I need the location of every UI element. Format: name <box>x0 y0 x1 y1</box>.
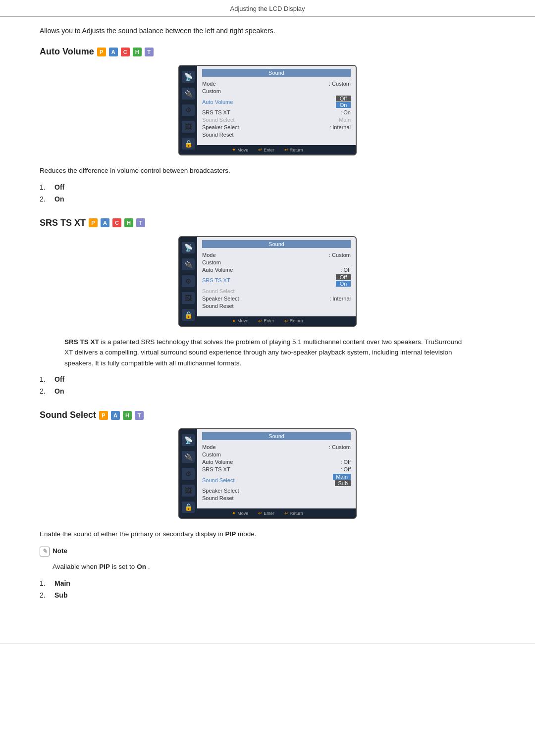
menu-row-soundreset-1: Sound Reset <box>202 132 351 138</box>
menu-row-srs-3: SRS TS XT : Off <box>202 466 351 472</box>
tv-screen-2: 📡 🔌 ⚙ 🖼 🔒 Sound Mode : Custom Custom <box>178 236 357 327</box>
srs-ts-xt-label: SRS TS XT <box>40 218 86 228</box>
menu-row-soundreset-2: Sound Reset <box>202 303 351 309</box>
auto-volume-title: Auto Volume P A C H T <box>40 47 495 57</box>
menu-row-custom-2: Custom <box>202 259 351 265</box>
tv-sidebar-2: 📡 🔌 ⚙ 🖼 🔒 <box>179 237 197 326</box>
badge-h-2: H <box>124 218 133 227</box>
sound-select-title: Sound Select P A H T <box>40 410 495 420</box>
footer-return-2: ↩ Return <box>284 318 303 324</box>
page-header: Adjusting the LCD Display <box>0 0 535 17</box>
srs-option-2: 2. On <box>40 387 495 395</box>
auto-volume-section: Auto Volume P A C H T 📡 🔌 ⚙ 🖼 🔒 Sound <box>40 47 495 203</box>
badge-h-3: H <box>123 411 132 420</box>
menu-row-speakerselect-2: Speaker Select : Internal <box>202 296 351 302</box>
footer-return-1: ↩ Return <box>284 147 303 152</box>
sidebar-icon-input-3: 🔌 <box>182 451 195 463</box>
menu-row-autovolume-3: Auto Volume : Off <box>202 459 351 465</box>
menu-row-custom-3: Custom <box>202 452 351 457</box>
sound-select-section: Sound Select P A H T 📡 🔌 ⚙ 🖼 🔒 Sound Mod… <box>40 410 495 599</box>
sidebar-icon-settings-3: ⚙ <box>182 468 195 480</box>
tv-footer-3: ✦ Move ↵ Enter ↩ Return <box>179 508 356 518</box>
badge-c-2: C <box>112 218 121 227</box>
tv-main-2: Sound Mode : Custom Custom Auto Volume :… <box>197 237 356 316</box>
note-text: Available when PIP is set to On . <box>53 561 495 572</box>
srs-bold-label: SRS TS XT <box>64 338 99 346</box>
footer-enter-3: ↵ Enter <box>258 510 274 516</box>
menu-title-1: Sound <box>202 69 351 77</box>
badge-h-1: H <box>133 48 142 56</box>
menu-title-3: Sound <box>202 432 351 440</box>
auto-volume-label: Auto Volume <box>40 47 94 57</box>
sound-select-desc: Enable the sound of either the primary o… <box>40 529 495 540</box>
srs-ts-xt-section: SRS TS XT P A C H T 📡 🔌 ⚙ 🖼 🔒 Sound Mo <box>40 218 495 396</box>
footer-move-1: ✦ Move <box>232 147 248 152</box>
srs-ts-xt-screen: 📡 🔌 ⚙ 🖼 🔒 Sound Mode : Custom Custom <box>40 236 495 327</box>
sidebar-icon-picture-3: 🖼 <box>182 485 195 497</box>
badge-t-1: T <box>145 48 154 56</box>
sidebar-icon-picture-2: 🖼 <box>182 292 195 304</box>
sidebar-icon-antenna: 📡 <box>182 71 195 83</box>
menu-row-speakerselect-3: Speaker Select <box>202 488 351 494</box>
badge-t-2: T <box>136 218 145 227</box>
badge-p-3: P <box>99 411 108 420</box>
footer-enter-1: ↵ Enter <box>258 147 274 152</box>
sound-select-screen: 📡 🔌 ⚙ 🖼 🔒 Sound Mode : Custom Custom <box>40 428 495 519</box>
footer-move-3: ✦ Move <box>232 510 248 516</box>
tv-screen-3: 📡 🔌 ⚙ 🖼 🔒 Sound Mode : Custom Custom <box>178 428 357 519</box>
sound-select-label: Sound Select <box>40 410 96 420</box>
note-box: ✎ Note <box>40 547 495 556</box>
sidebar-icon-input-2: 🔌 <box>182 258 195 270</box>
menu-row-mode-1: Mode : Custom <box>202 81 351 87</box>
sidebar-icon-settings-2: ⚙ <box>182 275 195 287</box>
footer-return-3: ↩ Return <box>284 510 303 516</box>
badge-c-1: C <box>121 48 130 56</box>
badge-a-3: A <box>111 411 120 420</box>
menu-row-mode-2: Mode : Custom <box>202 252 351 258</box>
menu-row-srs-2: SRS TS XT Off On <box>202 274 351 287</box>
badge-p-1: P <box>97 48 106 56</box>
sidebar-icon-settings: ⚙ <box>182 104 195 116</box>
menu-row-autovolume-2: Auto Volume : Off <box>202 267 351 273</box>
sound-select-option-1: 1. Main <box>40 579 495 587</box>
tv-sidebar-3: 📡 🔌 ⚙ 🖼 🔒 <box>179 429 197 518</box>
page-footer <box>0 644 535 644</box>
sidebar-icon-lock-2: 🔒 <box>182 309 195 321</box>
tv-footer-2: ✦ Move ↵ Enter ↩ Return <box>179 316 356 326</box>
srs-description: SRS TS XT is a patented SRS technology t… <box>64 337 471 369</box>
tv-footer-1: ✦ Move ↵ Enter ↩ Return <box>179 145 356 154</box>
menu-row-mode-3: Mode : Custom <box>202 444 351 450</box>
badge-a-1: A <box>109 48 118 56</box>
auto-volume-screen: 📡 🔌 ⚙ 🖼 🔒 Sound Mode : Custom Custom <box>40 65 495 155</box>
sound-select-option-2: 2. Sub <box>40 591 495 599</box>
sidebar-icon-input: 🔌 <box>182 88 195 100</box>
tv-sidebar-1: 📡 🔌 ⚙ 🖼 🔒 <box>179 66 197 154</box>
note-icon: ✎ <box>40 547 50 556</box>
tv-screen-1: 📡 🔌 ⚙ 🖼 🔒 Sound Mode : Custom Custom <box>178 65 357 155</box>
auto-volume-desc: Reduces the difference in volume control… <box>40 165 495 176</box>
footer-enter-2: ↵ Enter <box>258 318 274 324</box>
sidebar-icon-lock-3: 🔒 <box>182 502 195 513</box>
sidebar-icon-picture: 🖼 <box>182 121 195 133</box>
tv-main-3: Sound Mode : Custom Custom Auto Volume :… <box>197 429 356 508</box>
srs-ts-xt-title: SRS TS XT P A C H T <box>40 218 495 228</box>
menu-row-speakerselect-1: Speaker Select : Internal <box>202 124 351 130</box>
srs-option-1: 1. Off <box>40 375 495 383</box>
badge-a-2: A <box>101 218 109 227</box>
tv-main-1: Sound Mode : Custom Custom Auto Volume O… <box>197 66 356 145</box>
menu-row-custom-1: Custom <box>202 88 351 94</box>
footer-move-2: ✦ Move <box>232 318 248 324</box>
sidebar-icon-antenna-2: 📡 <box>182 242 195 254</box>
badge-p-2: P <box>89 218 98 227</box>
menu-row-soundselect-1: Sound Select Main <box>202 117 351 123</box>
menu-row-srs-1: SRS TS XT : On <box>202 109 351 115</box>
header-title: Adjusting the LCD Display <box>230 5 305 12</box>
menu-row-soundselect-3: Sound Select Main Sub <box>202 474 351 486</box>
auto-volume-option-2: 2. On <box>40 195 495 203</box>
auto-volume-option-1: 1. Off <box>40 183 495 191</box>
sidebar-icon-antenna-3: 📡 <box>182 434 195 446</box>
note-content: Note <box>53 547 67 554</box>
menu-row-autovolume-1: Auto Volume Off On <box>202 96 351 108</box>
sidebar-icon-lock: 🔒 <box>182 138 195 150</box>
menu-row-soundreset-3: Sound Reset <box>202 495 351 501</box>
